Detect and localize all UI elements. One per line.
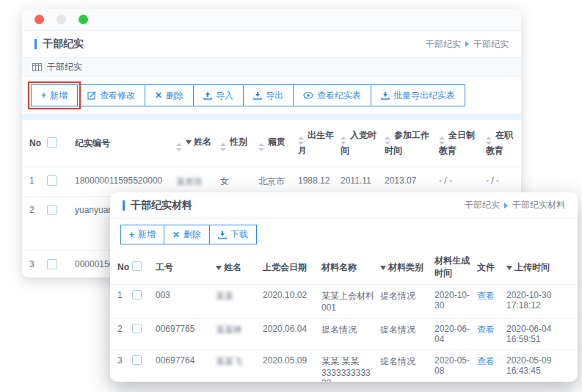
sort-icon[interactable] — [341, 137, 346, 145]
download-button[interactable]: 下载 — [209, 225, 257, 244]
col-header-name[interactable]: 姓名 — [173, 120, 217, 167]
import-button[interactable]: 导入 — [193, 84, 244, 106]
row-checkbox[interactable] — [47, 175, 57, 186]
col-header-emp-id[interactable]: 工号 — [153, 250, 213, 285]
title-accent-bar — [123, 200, 125, 211]
col-header-material-name[interactable]: 材料名称 — [319, 250, 377, 285]
breadcrumb: 干部纪实 干部纪实材料 — [465, 199, 565, 211]
col-header-party-time[interactable]: 入党时间 — [338, 120, 382, 167]
cell-material-type: 提名情况 — [377, 350, 432, 382]
col-header-meeting-date[interactable]: 上党会日期 — [260, 250, 319, 285]
row-checkbox[interactable] — [47, 259, 57, 269]
view-edit-button[interactable]: 查看修改 — [77, 84, 145, 106]
select-all-checkbox[interactable] — [47, 137, 57, 148]
cell-emp-id: 003 — [153, 285, 213, 319]
toolbar: + 新增 查看修改 ✕ 删除 导入 导出 — [22, 77, 521, 114]
cell-material-type: 提名情况 — [377, 319, 432, 350]
cell-emp-id: 00697764 — [153, 350, 213, 382]
view-file-link[interactable]: 查看 — [477, 324, 495, 335]
cell-no: 1 — [22, 167, 44, 197]
cell-name: 某某 — [213, 285, 260, 319]
add-button[interactable]: + 新增 — [31, 84, 78, 106]
breadcrumb-parent[interactable]: 干部纪实 — [465, 199, 500, 211]
col-header-select — [44, 120, 72, 167]
table-header-row: No 纪实编号 姓名 性别 籍贯 出生年月 入党时间 参加工作时间 全日制教育 … — [22, 120, 521, 167]
col-header-material-type[interactable]: 材料类别 — [377, 250, 432, 285]
delete-button[interactable]: ✕ 删除 — [145, 84, 194, 106]
chevron-right-icon — [465, 41, 469, 47]
breadcrumb-current: 干部纪实 — [473, 38, 509, 51]
download-icon — [381, 91, 390, 100]
col-header-uploaded[interactable]: 上传时间 — [503, 250, 578, 285]
breadcrumb-parent[interactable]: 干部纪实 — [426, 38, 461, 51]
traffic-light-minimize[interactable] — [57, 15, 66, 24]
eye-icon — [303, 92, 313, 99]
batch-export-button[interactable]: 批量导出纪实表 — [371, 84, 465, 106]
view-file-link[interactable]: 查看 — [477, 291, 495, 301]
delete-button[interactable]: ✕ 删除 — [164, 225, 210, 244]
col-header-gender[interactable]: 性别 — [217, 120, 255, 167]
table-header-row: No 工号 姓名 上党会日期 材料名称 材料类别 材料生成时间 文件 上传时间 — [110, 250, 578, 285]
cell-uploaded: 2020-06-04 16:59:51 — [503, 319, 578, 350]
view-file-link[interactable]: 查看 — [477, 356, 495, 366]
row-checkbox[interactable] — [47, 205, 57, 215]
table-row: 1 003 某某 2020.10.02 某某上会材料001 提名情况 2020-… — [110, 285, 578, 319]
cell-meeting-date: 2020.05.09 — [260, 350, 319, 382]
materials-table: No 工号 姓名 上党会日期 材料名称 材料类别 材料生成时间 文件 上传时间 … — [110, 250, 578, 382]
cell-select — [44, 167, 72, 197]
cell-file: 查看 — [474, 285, 503, 319]
row-checkbox[interactable] — [132, 290, 142, 300]
sort-icon[interactable] — [258, 143, 264, 151]
row-checkbox[interactable] — [132, 355, 142, 365]
cell-generated: 2020-10-30 — [432, 285, 474, 319]
export-button[interactable]: 导出 — [243, 84, 294, 106]
filter-icon[interactable] — [186, 140, 192, 145]
row-checkbox[interactable] — [132, 324, 142, 333]
cell-material-name: 某某 某某333333333333 — [319, 350, 377, 382]
cell-select — [129, 285, 153, 319]
col-header-birth[interactable]: 出生年月 — [295, 120, 338, 167]
filter-icon[interactable] — [380, 266, 386, 270]
cell-select — [129, 319, 153, 350]
page-header: 干部纪实 干部纪实 干部纪实 — [22, 31, 521, 58]
breadcrumb-current: 干部纪实材料 — [512, 199, 565, 211]
select-all-checkbox[interactable] — [132, 261, 142, 271]
upload-icon — [203, 91, 212, 100]
col-header-work-time[interactable]: 参加工作时间 — [382, 120, 436, 167]
col-header-origin[interactable]: 籍贯 — [255, 120, 295, 167]
cell-no: 2 — [22, 197, 44, 251]
view-record-sheet-button[interactable]: 查看纪实表 — [293, 84, 371, 106]
table-top-band — [22, 114, 521, 120]
col-header-generated[interactable]: 材料生成时间 — [432, 250, 474, 285]
sort-icon[interactable] — [439, 137, 445, 145]
cell-no: 3 — [22, 251, 44, 278]
add-button[interactable]: + 新增 — [120, 225, 164, 244]
col-header-no: No — [22, 120, 44, 167]
col-header-fulltime-edu[interactable]: 全日制教育 — [436, 120, 483, 167]
filter-icon[interactable] — [216, 266, 222, 270]
sort-icon[interactable] — [176, 143, 182, 151]
col-header-no: No — [110, 250, 129, 285]
sort-icon[interactable] — [385, 137, 390, 145]
sort-icon[interactable] — [298, 137, 304, 145]
cell-no: 2 — [110, 319, 129, 350]
cell-meeting-date: 2020.10.02 — [260, 285, 319, 319]
cell-material-name: 某某上会材料001 — [319, 285, 377, 319]
traffic-light-close[interactable] — [34, 15, 44, 24]
download-icon — [253, 91, 262, 100]
traffic-light-zoom[interactable] — [79, 15, 88, 24]
col-header-name[interactable]: 姓名 — [213, 250, 260, 285]
close-icon: ✕ — [155, 91, 162, 100]
cell-select — [44, 251, 72, 278]
cell-uploaded: 2020-05-09 16:43:45 — [503, 350, 578, 382]
cell-material-name: 提名情况 — [319, 319, 377, 350]
cell-no: 3 — [110, 350, 129, 382]
close-icon: ✕ — [172, 231, 180, 239]
sort-icon[interactable] — [486, 137, 492, 145]
sort-icon[interactable] — [220, 143, 226, 151]
col-header-onjob-edu[interactable]: 在职教育 — [483, 120, 521, 167]
col-header-record-id[interactable]: 纪实编号 — [72, 120, 173, 167]
cell-generated: 2020-05-08 — [432, 350, 474, 382]
filter-icon[interactable] — [506, 266, 512, 270]
cell-select — [129, 350, 153, 382]
